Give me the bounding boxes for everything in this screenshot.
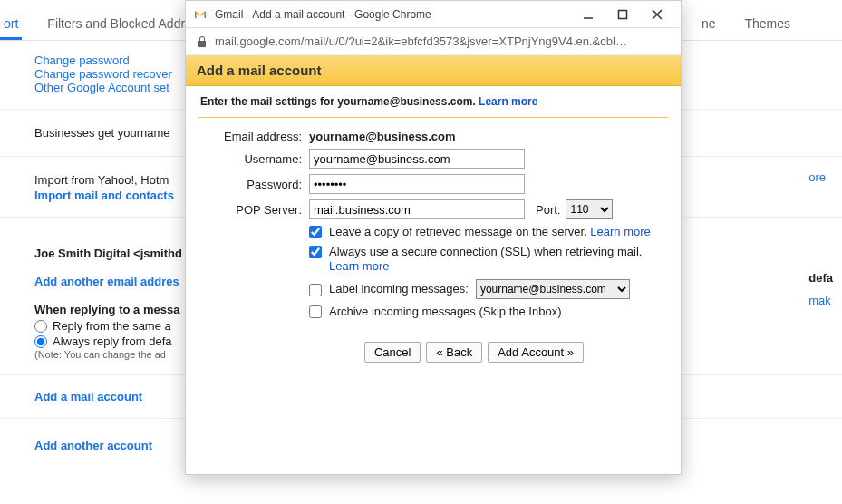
cancel-button[interactable]: Cancel xyxy=(364,342,421,363)
link-learn-more-ssl[interactable]: Learn more xyxy=(329,259,389,273)
window-maximize-button[interactable] xyxy=(606,2,639,27)
lock-icon xyxy=(197,35,208,48)
label-always-reply: Always reply from defa xyxy=(53,334,172,348)
checkbox-label-incoming[interactable] xyxy=(309,284,322,296)
tab-themes[interactable]: Themes xyxy=(740,11,794,40)
add-account-button[interactable]: Add Account » xyxy=(488,342,584,363)
select-port[interactable]: 110 xyxy=(566,199,613,219)
label-port: Port: xyxy=(536,203,560,217)
back-button[interactable]: « Back xyxy=(426,342,482,363)
label-leave-copy: Leave a copy of retrieved message on the… xyxy=(329,225,590,238)
dialog-sub-text: Enter the mail settings for yourname@bus… xyxy=(200,95,479,108)
window-minimize-button[interactable] xyxy=(572,2,605,27)
checkbox-archive[interactable] xyxy=(309,305,322,318)
label-archive: Archive incoming messages (Skip the Inbo… xyxy=(329,305,562,319)
right-column: ore defa mak xyxy=(808,170,833,307)
mail-settings-form: Email address: yourname@business.com Use… xyxy=(186,125,681,383)
popup-window: Gmail - Add a mail account - Google Chro… xyxy=(185,0,682,475)
label-label-incoming: Label incoming messages: xyxy=(329,282,469,296)
svg-rect-1 xyxy=(619,10,627,18)
gmail-icon xyxy=(193,9,208,20)
right-link-ore[interactable]: ore xyxy=(808,170,833,184)
dialog-header: Add a mail account xyxy=(186,55,681,86)
url-text: mail.google.com/mail/u/0/?ui=2&ik=ebfcfd… xyxy=(215,34,670,48)
input-username[interactable] xyxy=(309,149,525,169)
right-link-make[interactable]: mak xyxy=(808,294,833,307)
tab-filters[interactable]: Filters and Blocked Addre xyxy=(44,11,196,40)
label-ssl: Always use a secure connection (SSL) whe… xyxy=(329,245,642,258)
link-learn-more-top[interactable]: Learn more xyxy=(479,95,537,108)
window-title: Gmail - Add a mail account - Google Chro… xyxy=(215,8,572,21)
window-titlebar: Gmail - Add a mail account - Google Chro… xyxy=(186,1,681,28)
tab-unknown[interactable]: ne xyxy=(698,11,720,40)
value-email: yourname@business.com xyxy=(309,130,668,143)
tab-import[interactable]: ort xyxy=(0,11,22,40)
window-close-button[interactable] xyxy=(641,2,673,27)
checkbox-leave-copy[interactable] xyxy=(309,226,322,238)
label-reply-same: Reply from the same a xyxy=(53,319,171,333)
address-bar: mail.google.com/mail/u/0/?ui=2&ik=ebfcfd… xyxy=(186,28,681,55)
dialog-subtitle: Enter the mail settings for yourname@bus… xyxy=(186,86,681,117)
label-email: Email address: xyxy=(198,130,309,143)
input-pop-server[interactable] xyxy=(309,199,525,219)
label-pop-server: POP Server: xyxy=(198,203,309,217)
radio-always-reply[interactable] xyxy=(34,335,47,348)
link-learn-more-leave[interactable]: Learn more xyxy=(590,225,650,238)
label-username: Username: xyxy=(198,152,309,166)
select-label[interactable]: yourname@business.com xyxy=(476,279,630,299)
radio-reply-same[interactable] xyxy=(34,320,47,333)
checkbox-ssl[interactable] xyxy=(309,246,322,258)
input-password[interactable] xyxy=(309,174,525,194)
label-password: Password: xyxy=(198,178,309,191)
right-text-default: defa xyxy=(808,271,833,285)
